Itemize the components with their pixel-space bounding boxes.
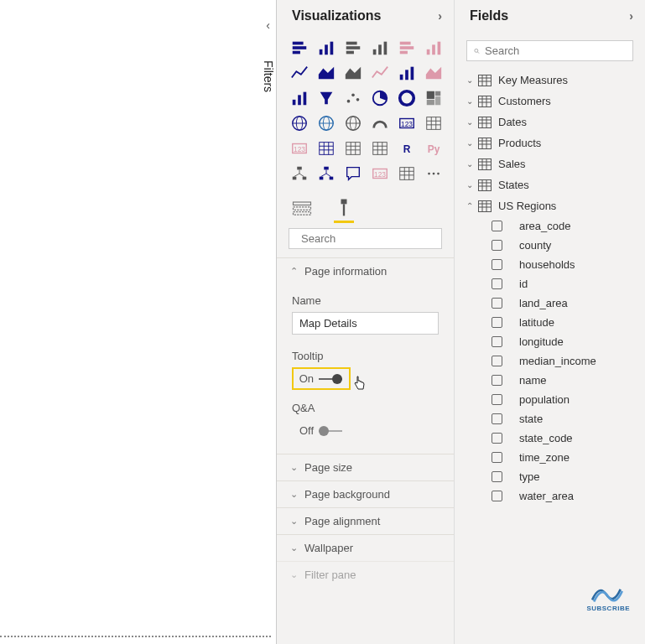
field-longitude[interactable]: longitude (455, 332, 645, 351)
viz-card-icon[interactable]: 123 (396, 112, 418, 134)
report-canvas[interactable]: ‹ Filters (0, 0, 277, 644)
table-states[interactable]: ⌄States (455, 174, 645, 195)
field-time_zone[interactable]: time_zone (455, 448, 645, 467)
chevron-left-icon[interactable]: ‹ (259, 15, 277, 35)
checkbox[interactable] (492, 375, 502, 386)
section-wallpaper[interactable]: ⌄ Wallpaper (277, 534, 454, 561)
checkbox[interactable] (492, 240, 502, 251)
tooltip-toggle[interactable]: On (292, 367, 351, 390)
field-label: median_income (519, 355, 596, 367)
viz-shape-map-icon[interactable] (342, 112, 364, 134)
checkbox[interactable] (492, 491, 502, 501)
field-water_area[interactable]: water_area (455, 486, 645, 506)
section-page-alignment[interactable]: ⌄ Page alignment (277, 507, 454, 534)
viz-hundred-bar-icon[interactable] (396, 37, 418, 59)
viz-filled-map-icon[interactable] (315, 112, 337, 134)
field-label: area_code (519, 220, 570, 232)
viz-stacked-bar-icon[interactable] (289, 37, 310, 59)
viz-python-visual-icon[interactable]: Py (423, 138, 445, 159)
viz-treemap-icon[interactable] (423, 87, 445, 109)
field-type[interactable]: type (455, 467, 645, 486)
checkbox[interactable] (492, 221, 502, 231)
table-key-measures[interactable]: ⌄Key Measures (455, 70, 645, 91)
field-area_code[interactable]: area_code (455, 216, 645, 236)
viz-area-icon[interactable] (315, 62, 337, 84)
tab-fields-well[interactable] (290, 196, 314, 220)
checkbox[interactable] (492, 278, 502, 289)
viz-r-visual-icon[interactable]: R (396, 138, 418, 159)
viz-clustered-bar-icon[interactable] (315, 37, 337, 59)
field-households[interactable]: households (455, 255, 645, 274)
field-latitude[interactable]: latitude (455, 313, 645, 332)
fields-search-input[interactable] (485, 44, 626, 57)
viz-multi-card-icon[interactable] (423, 112, 445, 134)
checkbox[interactable] (492, 394, 502, 405)
tab-format[interactable] (332, 196, 356, 220)
table-products[interactable]: ⌄Products (455, 132, 645, 153)
viz-scatter-icon[interactable] (342, 87, 364, 109)
chevron-right-icon[interactable]: › (629, 9, 633, 23)
field-id[interactable]: id (455, 274, 645, 293)
viz-funnel-icon[interactable] (315, 87, 337, 109)
svg-rect-5 (330, 42, 334, 55)
viz-line-col-2-icon[interactable] (396, 62, 418, 84)
page-name-input[interactable] (292, 312, 439, 335)
viz-key-influencers-icon[interactable] (289, 163, 310, 184)
checkbox[interactable] (492, 433, 502, 444)
format-search[interactable] (289, 228, 442, 249)
table-customers[interactable]: ⌄Customers (455, 91, 645, 112)
viz-donut-icon[interactable] (396, 87, 418, 109)
checkbox[interactable] (492, 259, 502, 270)
viz-more-icon[interactable] (423, 163, 445, 184)
checkbox[interactable] (492, 298, 502, 309)
qa-toggle[interactable]: Off (292, 419, 351, 442)
svg-rect-11 (384, 42, 388, 55)
field-name[interactable]: name (455, 371, 645, 390)
checkbox[interactable] (492, 336, 502, 347)
checkbox[interactable] (492, 413, 502, 424)
section-filter-pane[interactable]: ⌄ Filter pane (277, 561, 454, 588)
chevron-right-icon[interactable]: › (438, 9, 442, 23)
viz-stacked-area-icon[interactable] (342, 62, 364, 84)
viz-pie-icon[interactable] (369, 87, 391, 109)
table-us-regions[interactable]: ⌃US Regions (455, 195, 645, 216)
viz-hundred-col-icon[interactable] (423, 37, 445, 59)
viz-clustered-col-icon[interactable] (369, 37, 391, 59)
viz-line-col-icon[interactable] (369, 62, 391, 84)
viz-decomp-tree-icon[interactable] (315, 163, 337, 184)
viz-table-icon[interactable] (342, 138, 364, 159)
fields-search[interactable] (466, 40, 633, 61)
viz-kpi-icon[interactable]: 123 (289, 138, 310, 159)
viz-line-icon[interactable] (289, 62, 310, 84)
viz-stacked-col-icon[interactable] (342, 37, 364, 59)
viz-map-icon[interactable] (289, 112, 310, 134)
table-sales[interactable]: ⌄Sales (455, 153, 645, 174)
checkbox[interactable] (492, 356, 502, 366)
field-state[interactable]: state (455, 409, 645, 428)
viz-ribbon-icon[interactable] (423, 62, 445, 84)
viz-slicer-icon[interactable] (315, 138, 337, 159)
section-page-information[interactable]: ⌃ Page information (277, 257, 454, 284)
checkbox[interactable] (492, 471, 502, 482)
svg-point-26 (356, 98, 360, 101)
field-median_income[interactable]: median_income (455, 351, 645, 371)
viz-waterfall-icon[interactable] (289, 87, 310, 109)
checkbox[interactable] (492, 452, 502, 463)
table-dates[interactable]: ⌄Dates (455, 112, 645, 132)
format-search-input[interactable] (301, 232, 442, 245)
viz-matrix-icon[interactable] (369, 138, 391, 159)
viz-narrative-icon[interactable]: 123 (369, 163, 391, 184)
checkbox[interactable] (492, 317, 502, 328)
viz-qa-visual-icon[interactable] (342, 163, 364, 184)
svg-point-88 (433, 173, 435, 175)
filters-pane-collapsed[interactable]: ‹ Filters (259, 15, 277, 92)
svg-rect-129 (479, 200, 492, 211)
viz-paginated-icon[interactable] (396, 163, 418, 184)
field-population[interactable]: population (455, 390, 645, 409)
field-land_area[interactable]: land_area (455, 293, 645, 313)
section-page-size[interactable]: ⌄ Page size (277, 454, 454, 480)
field-state_code[interactable]: state_code (455, 428, 645, 448)
viz-gauge-icon[interactable] (369, 112, 391, 134)
section-page-background[interactable]: ⌄ Page background (277, 480, 454, 507)
field-county[interactable]: county (455, 236, 645, 255)
